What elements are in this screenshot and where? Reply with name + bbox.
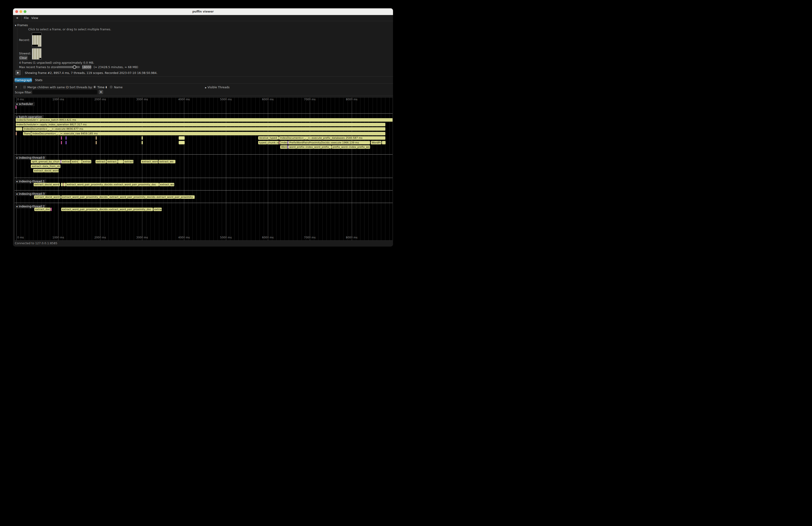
scope-bar[interactable]: extra [71,160,78,163]
play-button[interactable]: ▶ [15,70,21,75]
scope-bar[interactable] [96,136,97,140]
scope-bar[interactable]: IndexDocuments<_, _>::execute_prefix_dat… [279,136,385,140]
scope-bar[interactable]: extract_docid_word [33,183,60,186]
scope-bar[interactable]: IndexScheduler>::apply_index_operation 8… [16,123,386,126]
flamegraph-canvas[interactable]: 0 ms0 ms1000 ms1000 ms2000 ms2000 ms3000… [14,97,393,240]
sort-time-radio[interactable] [93,86,96,88]
scope-bar[interactable]: extract [61,160,71,163]
scope-bar[interactable]: extract_ [96,160,106,163]
slowest-label: Slowest: [19,52,31,55]
scope-bar[interactable]: extract_ [106,160,118,163]
clear-filter-button[interactable]: x [99,90,103,94]
tab-flamegraph[interactable]: Flamegraph [15,78,32,82]
scope-bar[interactable] [66,141,67,144]
max-frames-slider-knob[interactable] [73,65,76,69]
scope-bar[interactable]: prefix_word::index_prefix_wo [332,145,370,149]
axis-tick-label: 1000 ms [52,98,65,101]
scope-bar[interactable]: extract_word_pair_proximity_docids [61,195,108,199]
scope-bar[interactable]: extract_docid_word [33,169,59,172]
window-title: puffin viewer [13,8,393,15]
frames-summary: 4 frames (1 unpacked) using approximatel… [19,61,94,64]
sort-name-label: Name [114,86,122,89]
frames-section-header[interactable]: ▼ Frames [15,24,28,27]
connection-status: Connected to 127.0.0.1:8585 [15,242,57,245]
merge-children-checkbox[interactable] [23,86,26,88]
thread-separator [15,113,393,114]
scope-bar[interactable]: extract_word_pair_proximity_docids::extr… [66,183,159,186]
menu-file[interactable]: File [24,16,29,20]
axis-tick-label: 8000 ms [345,236,358,239]
menu-divider [21,16,21,20]
scope-bar[interactable] [179,141,185,144]
scope-filter-input[interactable] [32,90,97,94]
thread-name: indexing-thread:3 [19,192,45,195]
scope-bar[interactable]: split_grenad_by_chun [31,160,60,163]
scope-bar[interactable] [78,160,82,163]
clear-button[interactable]: Clear [19,56,28,60]
tab-stats[interactable]: Stats [35,78,43,82]
scope-bar[interactable]: word_prefix::index_word_prefix_ [288,145,331,149]
scope-bar[interactable] [118,160,124,163]
scope-bar[interactable] [279,141,280,144]
scope-bar[interactable] [66,136,67,140]
app-icon[interactable]: ✳ [16,16,18,20]
axis-tick-label: 7000 ms [303,236,316,239]
scope-bar[interactable]: extract_word [141,160,158,163]
collapse-triangle-icon: ▼ [16,157,18,159]
scope-bar[interactable] [64,183,66,186]
scope-bar[interactable]: typed_chunk::w [258,141,279,144]
scope-bar[interactable] [179,136,185,140]
scope-bar[interactable] [16,132,17,135]
scope-bar[interactable]: extract_doc [34,208,50,211]
visible-threads-label: Visible Threads [208,86,230,89]
scope-bar[interactable]: extrac [82,160,91,163]
thread-header[interactable]: ▼scheduler [15,102,35,106]
scope-bar[interactable]: IndexDocuments<_, _>::execute_raw 8459.1… [31,132,385,135]
max-frames-label: Max recent frames to store: [19,65,59,69]
scope-bar[interactable]: WordPr [371,141,381,144]
scope-bar[interactable] [16,105,16,109]
recent-frame-thumbnail[interactable] [32,32,42,47]
visible-threads-header[interactable]: ▶ Visible Threads [205,86,230,89]
scope-bar[interactable] [142,141,143,144]
scope-bar[interactable]: IndexScheduler>::process_batch 8953.821 … [16,118,393,122]
scope-bar[interactable] [142,136,143,140]
menu-view[interactable]: View [31,16,38,20]
axis-tick-label: 0 ms [17,98,25,101]
scope-bar[interactable]: extract [124,160,133,163]
scope-bar[interactable]: IndexDocuments<_, _>::execute 8656.677 m… [23,127,386,131]
thumbnail-gap [39,58,41,59]
sort-direction-arrow-icon[interactable]: ⬇ [105,86,107,89]
scope-bar[interactable]: extract::data_from_ob [31,164,60,168]
scope-bar[interactable]: Trans [23,132,31,135]
scope-bar[interactable] [61,183,63,186]
axis-tick-label: 6000 ms [261,98,274,101]
scope-bar[interactable] [96,141,97,144]
scope-bar[interactable]: Word [280,145,288,149]
sort-name-radio[interactable] [110,86,113,88]
axis-tick-label: 2000 ms [93,98,106,101]
scope-bar[interactable] [16,127,22,131]
max-frames-value[interactable]: 18000 [82,65,91,69]
axis-tick-label: 8000 ms [345,98,358,101]
help-button[interactable]: ? [15,86,17,89]
scope-bar[interactable] [61,136,62,140]
scope-bar[interactable]: index [280,141,288,144]
scope-bar[interactable]: extract_word_pair_proximity_docids::extr… [61,208,153,211]
thread-header[interactable]: ▼indexing-thread:0 [15,156,46,160]
scope-bar[interactable]: extrac [154,208,162,211]
slowest-frame-thumbnail[interactable] [32,48,42,60]
title-bar: puffin viewer [13,8,393,15]
scope-bar[interactable]: extract_docid_word [34,195,61,199]
scope-bar[interactable]: extract_wo [159,160,175,163]
scope-bar[interactable]: receive_typed_ [258,136,279,140]
thread-separator [15,154,393,155]
scope-bar[interactable] [382,141,386,144]
scope-bar[interactable] [51,208,52,211]
scope-bar[interactable]: PrefixWordPairsProximityDocids::execute … [288,141,370,144]
scope-bar[interactable]: extract_wo [159,183,174,186]
axis-tick-label: 4000 ms [177,98,190,101]
scope-bar[interactable]: extract_word_pair_proximity_docids::extr… [108,195,195,199]
scope-bar[interactable] [61,141,62,144]
max-frames-slider[interactable] [57,66,80,68]
